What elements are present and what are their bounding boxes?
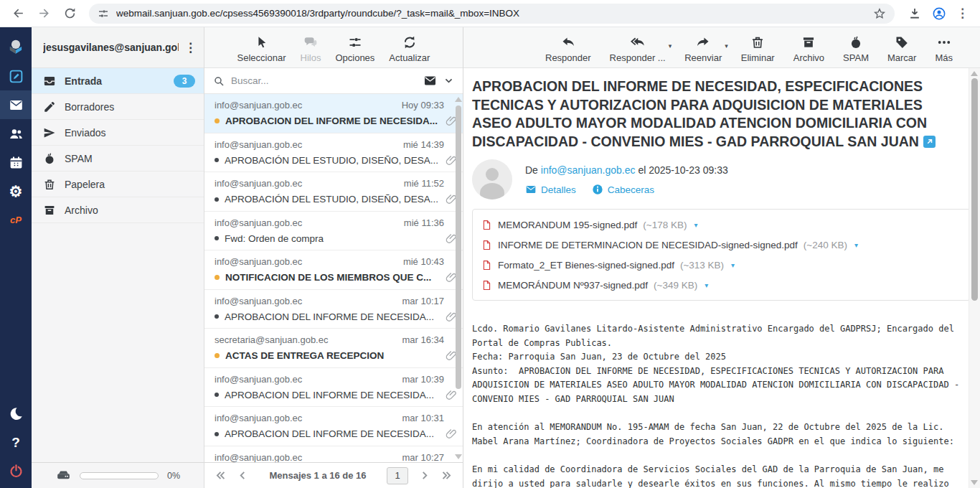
folder-label: SPAM — [65, 153, 93, 164]
prev-page-icon[interactable] — [237, 469, 249, 482]
archive-button[interactable]: Archivo — [788, 32, 830, 63]
attachment-item[interactable]: Formato_2_ET Bienes-signed-signed.pdf(~3… — [481, 255, 961, 275]
help-icon: ? — [11, 436, 20, 449]
message-list-row[interactable]: info@sanjuan.gob.ecmar 10:31APROBACION D… — [204, 407, 463, 446]
unread-badge: 3 — [174, 75, 195, 88]
attachment-name[interactable]: MEMORÁNDUM Nº937-signed.pdf — [498, 280, 648, 291]
message-list-row[interactable]: secretaria@sanjuan.gob.ecmar 16:34ACTAS … — [204, 329, 463, 368]
site-info-icon[interactable] — [98, 8, 109, 19]
attachment-size: (~313 KB) — [680, 260, 724, 271]
open-external-icon[interactable] — [923, 136, 936, 148]
from-email-link[interactable]: info@sanjuan.gob.ec — [541, 164, 636, 176]
settings-button[interactable]: ⚙ — [0, 177, 32, 205]
search-options-chevron-icon[interactable] — [443, 75, 454, 86]
forward-icon — [37, 6, 51, 20]
chat-icon — [303, 35, 318, 50]
inbox-icon — [43, 75, 56, 88]
logout-button[interactable] — [0, 456, 32, 485]
refresh-button[interactable]: Actualizar — [383, 32, 435, 63]
scroll-down-icon[interactable] — [455, 454, 462, 459]
profile-icon[interactable] — [932, 6, 946, 21]
threads-button[interactable]: Hilos — [295, 32, 327, 63]
folder-item-inbox[interactable]: Entrada3 — [32, 68, 204, 94]
attachment-dropdown-caret[interactable]: ▾ — [705, 281, 708, 289]
attachment-item[interactable]: MEMORANDUM 195-signed.pdf(~178 KB)▾ — [481, 215, 961, 235]
message-list-row[interactable]: info@sanjuan.gob.ecmié 11:52APROBACIÓN D… — [204, 172, 463, 212]
attachment-dropdown-caret[interactable]: ▾ — [694, 221, 698, 229]
message-list-row[interactable]: info@sanjuan.gob.ecHoy 09:33APROBACION D… — [204, 94, 463, 133]
tag-icon — [895, 35, 909, 50]
search-bar[interactable]: Buscar... — [204, 68, 463, 94]
attachment-item[interactable]: INFORME DE DETERMINACION DE NECESIDAD-si… — [481, 235, 961, 255]
first-page-icon[interactable] — [215, 469, 227, 482]
next-page-icon[interactable] — [418, 469, 430, 482]
roundcube-logo — [0, 33, 32, 62]
delete-button[interactable]: Eliminar — [735, 32, 781, 63]
reply-all-button[interactable]: Responder ... — [604, 32, 672, 63]
folder-item-trash[interactable]: Papelera — [32, 172, 204, 197]
more-icon — [937, 35, 951, 50]
contacts-button[interactable] — [0, 119, 32, 148]
message-scrollbar-thumb[interactable] — [971, 78, 978, 301]
message-list-row[interactable]: info@sanjuan.gob.ecmié 14:39APROBACIÓN D… — [204, 133, 463, 173]
folder-item-sent[interactable]: Enviados — [32, 120, 204, 146]
list-scrollbar-thumb[interactable] — [456, 105, 461, 389]
list-scrollbar[interactable] — [453, 94, 463, 462]
reply-button[interactable]: Responder — [540, 32, 597, 63]
message-list-row[interactable]: info@sanjuan.gob.ecmar 10:17APROBACION D… — [204, 290, 463, 329]
message-date: mié 11:52 — [404, 178, 444, 189]
mail-button[interactable] — [0, 90, 32, 119]
dark-mode-toggle[interactable] — [0, 399, 32, 428]
reload-button[interactable] — [59, 3, 80, 24]
page-number-input[interactable]: 1 — [387, 467, 408, 484]
cpanel-link[interactable]: cP — [0, 205, 32, 234]
headers-toggle[interactable]: Cabeceras — [592, 184, 654, 195]
attachment-dropdown-caret[interactable]: ▾ — [731, 261, 735, 269]
message-list-row[interactable]: info@sanjuan.gob.ecmié 10:43NOTIFICACION… — [204, 250, 463, 290]
scroll-down-icon[interactable] — [971, 480, 978, 485]
download-icon[interactable] — [908, 6, 922, 21]
tune-icon — [348, 35, 362, 50]
scroll-up-icon[interactable] — [455, 97, 462, 102]
scroll-up-icon[interactable] — [971, 71, 978, 76]
search-scope-mail-icon[interactable] — [423, 74, 437, 88]
message-scrollbar[interactable] — [969, 68, 980, 488]
address-bar[interactable]: webmail.sanjuan.gob.ec/cpsess4569390018/… — [89, 4, 895, 24]
bookmark-star-icon[interactable] — [873, 7, 886, 20]
attachment-item[interactable]: MEMORÁNDUM Nº937-signed.pdf(~349 KB)▾ — [481, 275, 961, 295]
mark-button[interactable]: Marcar — [882, 32, 922, 63]
forward-dropdown-caret[interactable]: ▾ — [725, 42, 728, 50]
attachment-dropdown-caret[interactable]: ▾ — [854, 241, 858, 249]
attachment-name[interactable]: MEMORANDUM 195-signed.pdf — [498, 220, 637, 230]
more-button[interactable]: Más — [929, 32, 958, 63]
message-date: mar 10:27 — [402, 452, 444, 463]
message-list-row[interactable]: info@sanjuan.gob.ecmar 10:27 — [204, 446, 463, 463]
folder-item-spam[interactable]: SPAM — [32, 146, 204, 172]
message-list-row[interactable]: info@sanjuan.gob.ecmié 11:36Fwd: Orden d… — [204, 212, 463, 251]
forward-button[interactable] — [33, 3, 55, 24]
select-button[interactable]: Seleccionar — [232, 32, 292, 63]
last-page-icon[interactable] — [440, 469, 453, 482]
options-button[interactable]: Opciones — [329, 32, 380, 63]
search-input[interactable]: Buscar... — [231, 75, 417, 86]
calendar-button[interactable] — [0, 148, 32, 177]
attachment-name[interactable]: INFORME DE DETERMINACION DE NECESIDAD-si… — [498, 240, 798, 250]
menu-kebab-icon[interactable]: ⋮ — [956, 6, 969, 21]
message-list-row[interactable]: info@sanjuan.gob.ecmar 10:39APROBACION D… — [204, 368, 463, 408]
trash-icon — [43, 178, 56, 191]
reply-all-dropdown-caret[interactable]: ▾ — [669, 42, 672, 50]
folder-item-drafts[interactable]: Borradores — [32, 94, 204, 120]
compose-button[interactable] — [0, 62, 32, 90]
attachment-name[interactable]: Formato_2_ET Bienes-signed-signed.pdf — [498, 260, 674, 271]
help-button[interactable]: ? — [0, 428, 32, 456]
folder-item-archive[interactable]: Archivo — [32, 197, 204, 223]
button-label: SPAM — [843, 52, 869, 63]
details-toggle[interactable]: Detalles — [525, 184, 576, 195]
button-label: Seleccionar — [237, 52, 286, 63]
account-menu-kebab-icon[interactable]: ⋮ — [184, 40, 197, 55]
account-header[interactable]: jesusgavilanes@sanjuan.gob.... ⋮ — [32, 27, 204, 68]
spam-button[interactable]: SPAM — [837, 32, 875, 63]
url-text[interactable]: webmail.sanjuan.gob.ec/cpsess4569390018/… — [116, 8, 866, 19]
back-button[interactable] — [7, 3, 29, 24]
forward-button[interactable]: Reenviar — [679, 32, 727, 63]
